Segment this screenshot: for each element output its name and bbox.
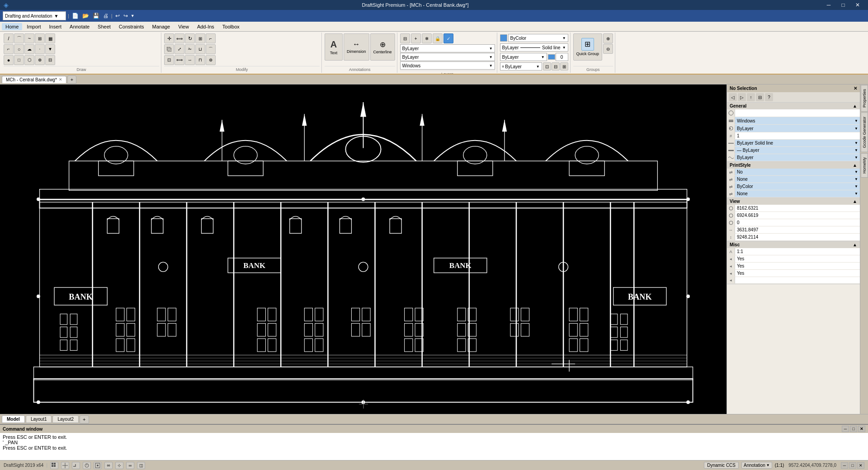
snap-icon-btn[interactable]: [61, 462, 69, 469]
modify-copy-btn[interactable]: ⿻: [164, 44, 174, 54]
lineweight-status-btn[interactable]: ═: [126, 462, 134, 469]
polar-icon-btn[interactable]: [83, 462, 91, 469]
prop-icon-btn2[interactable]: ⊟: [552, 62, 560, 70]
prop-value-ps4[interactable]: None ▼: [735, 190, 860, 197]
prop-value-transparency[interactable]: ByLayer ▼: [735, 154, 860, 161]
modify-chamfer-btn[interactable]: ⌐: [206, 33, 216, 43]
qa-redo-btn[interactable]: ↪: [123, 12, 129, 20]
modify-fillet-btn[interactable]: ⌒: [206, 44, 216, 54]
minimize-button[interactable]: ─: [822, 0, 835, 10]
menu-tab-addins[interactable]: Add-Ins: [193, 23, 218, 30]
draw-circle-btn[interactable]: ●: [4, 55, 14, 65]
printstyle-section-header[interactable]: PrintStyle ▲: [727, 162, 860, 169]
restore-button[interactable]: □: [836, 0, 850, 10]
lineweight-combo[interactable]: ByLayer ▼: [500, 53, 547, 61]
osnap-icon-btn[interactable]: [94, 462, 102, 469]
cmd-restore-btn[interactable]: □: [850, 426, 857, 432]
prop-value-layer[interactable]: Windows ▼: [735, 117, 860, 124]
prop-value-ps1[interactable]: No ▼: [735, 169, 860, 175]
ps2-dd[interactable]: ▼: [854, 177, 858, 181]
prop-btn-5[interactable]: ?: [765, 93, 773, 101]
draw-grid-btn[interactable]: ⊞: [35, 33, 45, 43]
centerline-btn[interactable]: ⊕ Centerline: [370, 33, 395, 61]
prop-value-ps3[interactable]: ByColor ▼: [735, 183, 860, 190]
menu-tab-home[interactable]: Home: [2, 23, 22, 30]
gcode-tab[interactable]: Gcode Generator: [861, 113, 868, 152]
layout-tab-layout1[interactable]: Layout1: [26, 415, 52, 423]
draw-hatch-btn[interactable]: ▦: [45, 33, 55, 43]
doc-tab-main[interactable]: MCh - Central Bank.dwg* ✕: [2, 76, 66, 83]
text-btn[interactable]: A Text: [325, 33, 343, 61]
draw-arc-btn[interactable]: ⌒: [14, 33, 24, 43]
prop-btn-1[interactable]: ◁: [729, 93, 737, 101]
close-button[interactable]: ✕: [851, 0, 864, 10]
qa-open-btn[interactable]: 📂: [81, 12, 90, 20]
prop-value-ps2[interactable]: None ▼: [735, 176, 860, 183]
ps1-dd[interactable]: ▼: [854, 170, 858, 174]
status-restore-btn[interactable]: □: [849, 462, 856, 469]
layer-bylayer-combo[interactable]: ByLayer ▼: [400, 44, 495, 52]
windows-combo[interactable]: Windows ▼: [400, 61, 495, 70]
draw-region-btn[interactable]: ⊕: [35, 55, 45, 65]
dynin-icon-btn[interactable]: ⊹: [115, 462, 123, 469]
draw-more-btn[interactable]: ▼: [45, 44, 55, 54]
linetype-row-combo[interactable]: ByLayer Solid line ▼: [500, 43, 568, 52]
prop-value-view3[interactable]: 0: [735, 219, 860, 226]
add-doc-btn[interactable]: +: [67, 75, 76, 84]
layer-dropdown-arrow[interactable]: ▼: [854, 119, 858, 123]
doc-tab-close[interactable]: ✕: [59, 77, 62, 82]
layer-freeze-btn[interactable]: ❄: [422, 33, 432, 43]
add-layout-btn[interactable]: +: [80, 415, 89, 423]
prop-value-view2[interactable]: 6924.6619: [735, 212, 860, 219]
lineweight-value-input[interactable]: [556, 53, 568, 61]
menu-tab-import[interactable]: Import: [23, 23, 44, 30]
qa-dropdown-btn[interactable]: ▼: [131, 14, 135, 18]
prop-value-misc1[interactable]: 1:1: [735, 248, 860, 255]
command-window-header[interactable]: Command window ─ □ ✕: [0, 425, 868, 433]
menu-tab-toolbox[interactable]: Toolbox: [219, 23, 243, 30]
menu-tab-view[interactable]: View: [175, 23, 193, 30]
draw-spline-btn[interactable]: ~: [24, 33, 34, 43]
prop-btn-4[interactable]: ⊟: [756, 93, 764, 101]
status-close-btn[interactable]: ✕: [857, 462, 864, 469]
prop-value-misc4[interactable]: Yes: [735, 270, 860, 277]
modify-trim-btn[interactable]: ✁: [185, 44, 195, 54]
prop-btn-3[interactable]: ↑: [747, 93, 755, 101]
homemy-tab[interactable]: HomeMy: [861, 153, 868, 178]
prop-value-misc2[interactable]: Yes: [735, 255, 860, 262]
quick-group-btn[interactable]: ⊞ Quick Group: [573, 33, 603, 61]
qa-save-btn[interactable]: 💾: [92, 12, 100, 20]
layer-panel-btn[interactable]: ⊟: [400, 33, 410, 43]
status-minimize-btn[interactable]: ─: [841, 462, 848, 469]
draw-cloud-btn[interactable]: ☁: [24, 44, 34, 54]
layout-tab-layout2[interactable]: Layout2: [52, 415, 79, 423]
draw-polygon-btn[interactable]: ⬡: [24, 55, 34, 65]
modify-move-btn[interactable]: ✛: [164, 33, 174, 43]
modify-rotate-btn[interactable]: ↻: [185, 33, 195, 43]
prop-value-linetype[interactable]: ByLayer Solid line ▼: [735, 140, 860, 146]
prop-value-lineweight[interactable]: 1: [735, 132, 860, 139]
menu-tab-constraints[interactable]: Constraints: [115, 23, 148, 30]
prop-btn-2[interactable]: ▷: [738, 93, 746, 101]
linetype-dd-arrow[interactable]: ▼: [854, 141, 858, 145]
annotation-dropdown[interactable]: Annotation ▼: [741, 462, 772, 469]
prop-value-view4[interactable]: 3631.8497: [735, 226, 860, 233]
workspace-selector[interactable]: Drafting and Annotation ▼: [3, 11, 66, 20]
modify-break-btn[interactable]: ⊓: [195, 55, 205, 65]
dynamic-ccs-btn[interactable]: Dynamic CCS: [704, 462, 739, 469]
group-remove-btn[interactable]: ⊖: [603, 44, 613, 54]
modify-explode-btn[interactable]: ⊛: [206, 55, 216, 65]
prop-value-misc5[interactable]: [735, 277, 860, 283]
layer-lock-btn[interactable]: 🔒: [433, 33, 443, 43]
misc-section-header[interactable]: Misc ▲: [727, 241, 860, 248]
draw-table-btn[interactable]: ⊟: [45, 55, 55, 65]
prop-value-linetype-color[interactable]: ByLayer ▼: [735, 125, 860, 132]
layer-linetype-combo[interactable]: ByLayer ▼: [400, 53, 495, 61]
layout-tab-model[interactable]: Model: [2, 415, 25, 423]
menu-tab-manage[interactable]: Manage: [148, 23, 174, 30]
modify-scale-btn[interactable]: ⤢: [175, 44, 184, 54]
ps4-dd[interactable]: ▼: [854, 192, 858, 196]
modify-grid2-btn[interactable]: ⊞: [195, 33, 205, 43]
dimension-btn[interactable]: ↔ Dimension: [344, 33, 369, 61]
menu-tab-annotate[interactable]: Annotate: [66, 23, 93, 30]
